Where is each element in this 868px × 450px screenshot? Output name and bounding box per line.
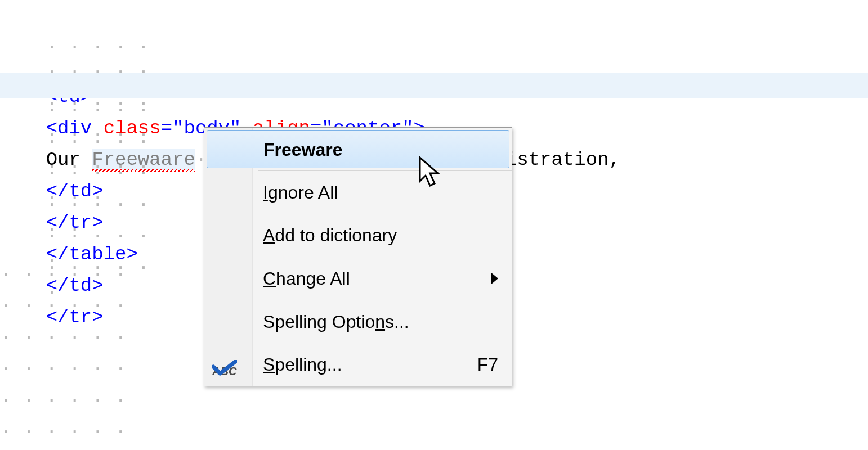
code-line[interactable]: · · · · · · · · · · </td>: [0, 105, 868, 129]
menu-item-shortcut: F7: [477, 343, 498, 386]
menu-item-label: Ignore All: [263, 182, 338, 202]
menu-item-ignore-all[interactable]: Ignore All: [204, 171, 512, 214]
menu-item-label: Spelling Options...: [263, 312, 409, 332]
submenu-arrow-icon: [491, 273, 498, 284]
menu-item-suggestion[interactable]: Freeware: [207, 130, 509, 168]
menu-item-add-to-dictionary[interactable]: Add to dictionary: [204, 214, 512, 256]
code-line[interactable]: · · · · · · · · · · <td>: [0, 10, 868, 35]
menu-item-change-all[interactable]: Change All: [204, 257, 512, 300]
code-line[interactable]: · · · · · · · · · · <div class="body"·al…: [0, 42, 868, 66]
menu-item-label: Change All: [263, 268, 350, 289]
menu-item-label: Spelling...: [263, 354, 342, 375]
code-line-active[interactable]: · · · · · · · · · · Our Freewaare·produc…: [0, 73, 868, 98]
spellcheck-icon: ABC: [209, 352, 240, 377]
menu-item-spelling[interactable]: ABC Spelling... F7: [204, 343, 512, 386]
menu-item-label: Freeware: [263, 140, 343, 160]
menu-item-label: Add to dictionary: [263, 225, 397, 245]
menu-item-spelling-options[interactable]: Spelling Options...: [204, 300, 512, 343]
spellcheck-context-menu: Freeware Ignore All Add to dictionary Ch…: [204, 127, 512, 386]
